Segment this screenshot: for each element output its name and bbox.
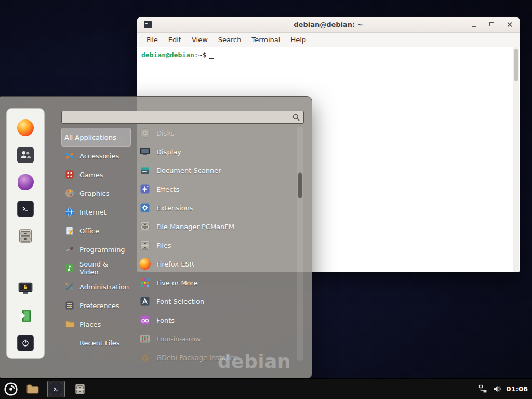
debian-watermark: debian xyxy=(218,351,291,372)
app-font-selection[interactable]: Font Selection xyxy=(137,292,294,311)
app-display[interactable]: Display xyxy=(137,142,294,161)
favorites-spacer xyxy=(7,255,44,270)
application-list: Disks Display Document Scanner Effects E… xyxy=(137,124,294,362)
terminal-titlebar[interactable]: debian@debian: ~ xyxy=(137,17,520,33)
category-administration[interactable]: Administration xyxy=(61,277,131,296)
search-box xyxy=(61,111,304,124)
category-label: Graphics xyxy=(79,190,109,197)
network-icon[interactable] xyxy=(478,384,487,393)
four-in-a-row-icon xyxy=(139,333,151,344)
file-manager-pcmanfm-icon xyxy=(139,221,151,232)
category-label: Recent Files xyxy=(79,339,120,347)
firefox-icon[interactable] xyxy=(17,119,34,137)
category-label: Accessories xyxy=(79,152,119,160)
menu-search[interactable]: Search xyxy=(213,34,247,45)
app-label: Display xyxy=(156,148,181,156)
five-or-more-icon xyxy=(139,277,151,288)
category-label: Games xyxy=(79,171,103,179)
app-label: Extensions xyxy=(156,204,193,212)
category-sound-video[interactable]: Sound & Video xyxy=(61,259,131,277)
category-label: Places xyxy=(79,321,101,328)
volume-icon[interactable] xyxy=(493,384,501,393)
category-list: All Applications Accessories Games Graph… xyxy=(61,128,131,352)
programming-icon xyxy=(64,244,75,255)
shutdown-icon[interactable] xyxy=(17,335,34,351)
gdebi-package-installer-icon xyxy=(139,352,151,362)
app-file-manager-pcmanfm[interactable]: File Manager PCManFM xyxy=(137,217,294,236)
terminal-favorite-icon[interactable] xyxy=(17,201,34,217)
clock[interactable]: 01:06 xyxy=(507,385,528,393)
app-label: Files xyxy=(156,242,171,249)
menu-edit[interactable]: Edit xyxy=(163,34,187,45)
app-firefox-esr[interactable]: Firefox ESR xyxy=(137,255,294,273)
app-fonts[interactable]: Fonts xyxy=(137,311,294,329)
application-menu: All Applications Accessories Games Graph… xyxy=(0,96,312,379)
games-icon xyxy=(64,169,75,180)
category-label: Programming xyxy=(79,246,125,254)
category-accessories[interactable]: Accessories xyxy=(61,147,131,165)
category-office[interactable]: Office xyxy=(61,221,131,240)
terminal-scrollbar[interactable] xyxy=(513,47,519,272)
task-terminal[interactable] xyxy=(47,381,65,397)
app-four-in-a-row[interactable]: Four-in-a-row xyxy=(137,329,294,348)
category-preferences[interactable]: Preferences xyxy=(61,296,131,315)
app-label: Font Selection xyxy=(156,298,204,305)
search-input[interactable] xyxy=(62,113,292,121)
font-selection-icon xyxy=(139,296,151,307)
maximize-icon[interactable] xyxy=(489,22,495,28)
files-favorite-icon[interactable] xyxy=(17,227,34,245)
task-files[interactable] xyxy=(71,381,89,397)
minimize-icon[interactable] xyxy=(471,22,477,28)
office-icon xyxy=(64,225,75,236)
menu-terminal[interactable]: Terminal xyxy=(246,34,285,45)
accessories-icon xyxy=(64,151,75,161)
folder-icon xyxy=(25,382,39,396)
app-extensions[interactable]: Extensions xyxy=(137,198,294,217)
system-tray: 01:06 xyxy=(478,384,532,393)
app-label: Firefox ESR xyxy=(156,260,194,268)
extensions-icon xyxy=(139,202,151,214)
app-label: Fonts xyxy=(156,316,175,324)
graphics-icon xyxy=(64,188,75,198)
logout-icon[interactable] xyxy=(17,307,34,325)
app-label: Effects xyxy=(156,185,179,193)
menu-scrollbar-thumb[interactable] xyxy=(298,172,302,198)
terminal-scrollbar-thumb[interactable] xyxy=(514,49,518,81)
favorites-column xyxy=(6,108,45,359)
app-label: Disks xyxy=(156,129,175,137)
app-effects[interactable]: Effects xyxy=(137,180,294,198)
menu-button[interactable] xyxy=(2,380,20,398)
app-files[interactable]: Files xyxy=(137,236,294,255)
people-icon[interactable] xyxy=(17,147,34,163)
pidgin-icon[interactable] xyxy=(17,173,34,191)
menu-file[interactable]: File xyxy=(141,34,163,45)
category-label: All Applications xyxy=(64,134,116,141)
prompt-user: debian@debian xyxy=(141,51,194,59)
lock-screen-icon[interactable] xyxy=(17,280,34,297)
menu-view[interactable]: View xyxy=(187,34,213,45)
app-document-scanner[interactable]: Document Scanner xyxy=(137,161,294,180)
category-all-applications[interactable]: All Applications xyxy=(61,128,131,147)
app-five-or-more[interactable]: Five or More xyxy=(137,273,294,292)
menu-help[interactable]: Help xyxy=(285,34,311,45)
category-internet[interactable]: Internet xyxy=(61,203,131,221)
category-label: Preferences xyxy=(79,302,119,310)
menu-scrollbar[interactable] xyxy=(297,127,303,361)
terminal-menubar: File Edit View Search Terminal Help xyxy=(137,33,520,47)
category-places[interactable]: Places xyxy=(61,315,131,334)
category-games[interactable]: Games xyxy=(61,165,131,184)
app-disks[interactable]: Disks xyxy=(137,124,294,142)
search-icon xyxy=(292,113,300,122)
terminal-cursor xyxy=(209,50,214,59)
cinnamon-logo-icon xyxy=(4,382,18,396)
category-recent-files[interactable]: Recent Files xyxy=(61,334,131,352)
category-graphics[interactable]: Graphics xyxy=(61,184,131,203)
fonts-icon xyxy=(139,314,151,326)
terminal-title: debian@debian: ~ xyxy=(294,21,363,29)
category-label: Administration xyxy=(79,283,129,291)
category-label: Sound & Video xyxy=(79,260,128,276)
close-icon[interactable] xyxy=(507,22,512,28)
category-programming[interactable]: Programming xyxy=(61,240,131,259)
task-file-manager[interactable] xyxy=(23,381,41,397)
disks-icon xyxy=(139,127,151,139)
